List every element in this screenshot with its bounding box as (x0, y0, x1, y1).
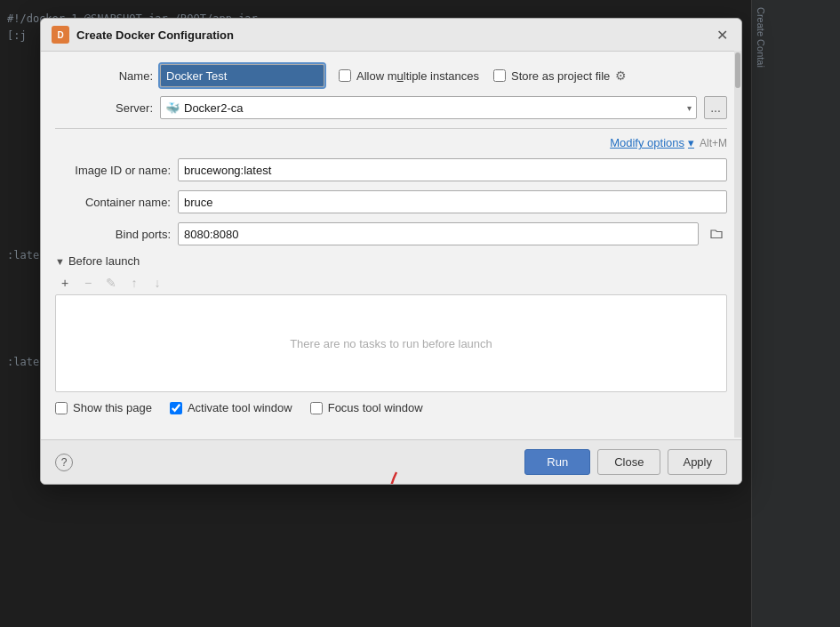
show-page-checkbox[interactable] (55, 402, 68, 414)
launch-tasks-area: There are no tasks to run before launch (55, 294, 727, 392)
name-input[interactable] (160, 64, 324, 87)
image-row: Image ID or name: (55, 158, 727, 181)
show-page-label: Show this page (73, 401, 152, 414)
dialog-app-icon: D (52, 26, 69, 44)
activate-tool-checkbox[interactable] (170, 402, 182, 414)
run-button[interactable]: Run (524, 449, 590, 475)
before-launch-title: Before launch (68, 254, 140, 268)
server-docker-icon: 🐳 (165, 101, 180, 115)
folder-icon-button[interactable] (706, 223, 727, 245)
container-label: Container name: (55, 196, 171, 209)
allow-multiple-label: Allow multiple instances (356, 69, 479, 83)
activate-tool-label: Activate tool window (188, 401, 292, 414)
name-row: Name: Allow multiple instances Store as … (55, 64, 727, 87)
apply-button[interactable]: Apply (668, 449, 727, 475)
move-down-button[interactable]: ↓ (148, 273, 167, 293)
container-input[interactable] (178, 190, 727, 213)
titlebar-left: D Create Docker Configuration (52, 26, 234, 44)
modify-options-row: Modify options ▾ Alt+M (55, 136, 727, 149)
store-project-group: Store as project file ⚙ (493, 68, 627, 83)
button-row: ? Run Close Apply (41, 439, 741, 484)
store-project-checkbox[interactable] (493, 69, 506, 82)
remove-task-button[interactable]: − (78, 273, 98, 293)
name-label-group: Name: (55, 64, 324, 87)
move-up-button[interactable]: ↑ (124, 273, 144, 293)
bind-ports-input[interactable] (178, 222, 699, 245)
add-task-button[interactable]: + (55, 273, 75, 293)
docker-icon: D (52, 27, 68, 43)
store-project-label: Store as project file (511, 69, 610, 83)
before-launch-header: ▼ Before launch (55, 254, 727, 268)
bind-ports-row: Bind ports: (55, 222, 727, 245)
allow-multiple-checkbox[interactable] (339, 69, 351, 82)
modify-options-chevron: ▾ (688, 136, 694, 149)
no-tasks-text: There are no tasks to run before launch (290, 337, 492, 350)
buttons-right: Run Close Apply (524, 449, 727, 475)
image-input[interactable] (178, 158, 727, 181)
help-button[interactable]: ? (55, 454, 73, 471)
server-label: Server: (55, 101, 153, 115)
svg-text:D: D (57, 30, 63, 40)
bottom-checkboxes: Show this page Activate tool window Focu… (55, 401, 727, 414)
show-page-group: Show this page (55, 401, 152, 414)
before-launch-toolbar: + − ✎ ↑ ↓ (55, 273, 727, 293)
scrollbar-thumb (735, 52, 740, 88)
bind-ports-label: Bind ports: (55, 228, 171, 241)
dialog-titlebar: D Create Docker Configuration ✕ (41, 19, 741, 52)
focus-tool-checkbox[interactable] (310, 402, 323, 414)
edit-task-button[interactable]: ✎ (101, 273, 121, 293)
folder-icon (709, 227, 724, 241)
create-docker-dialog: D Create Docker Configuration ✕ Name: Al… (40, 18, 742, 485)
modify-options-link[interactable]: Modify options ▾ (610, 136, 694, 149)
before-launch-section: ▼ Before launch + − ✎ ↑ ↓ There are no t… (55, 254, 727, 392)
dialog-title: Create Docker Configuration (76, 28, 234, 42)
server-row: Server: 🐳 Docker2-ca ▾ ... (55, 96, 727, 119)
server-select-wrapper: 🐳 Docker2-ca ▾ (160, 96, 697, 119)
server-select[interactable]: Docker2-ca (160, 96, 697, 119)
server-more-button[interactable]: ... (704, 96, 727, 119)
image-label: Image ID or name: (55, 164, 171, 177)
focus-tool-label: Focus tool window (328, 401, 423, 414)
dialog-scrollbar[interactable] (734, 51, 741, 438)
close-button[interactable]: Close (597, 449, 660, 475)
section-toggle[interactable]: ▼ (55, 256, 65, 267)
name-label: Name: (55, 69, 153, 83)
gear-icon[interactable]: ⚙ (615, 68, 627, 83)
modify-options-label: Modify options (610, 136, 684, 149)
allow-multiple-group: Allow multiple instances (339, 69, 479, 83)
focus-tool-group: Focus tool window (310, 401, 423, 414)
divider-1 (55, 128, 727, 129)
activate-tool-group: Activate tool window (170, 401, 292, 414)
modify-options-shortcut: Alt+M (700, 137, 727, 149)
close-dialog-button[interactable]: ✕ (713, 26, 731, 44)
container-row: Container name: (55, 190, 727, 213)
dialog-body: Name: Allow multiple instances Store as … (41, 52, 741, 439)
